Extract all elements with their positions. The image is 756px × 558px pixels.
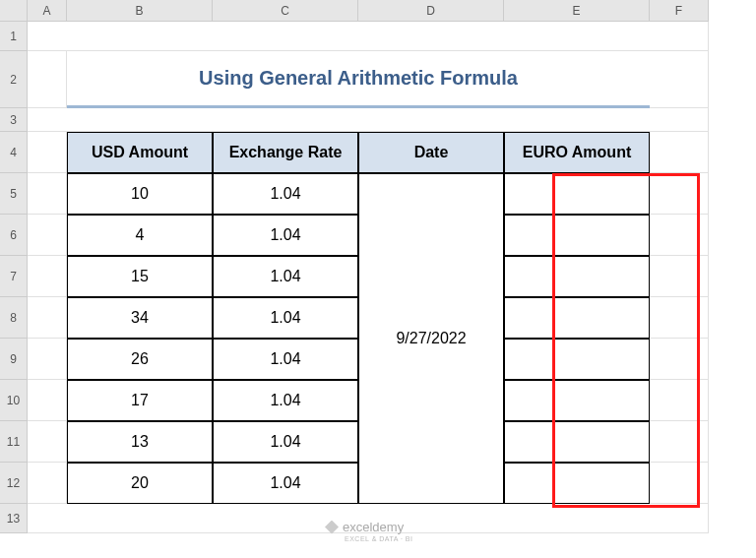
cell-usd[interactable]: 26 [67,339,213,380]
cell-rate[interactable]: 1.04 [213,215,358,256]
row-header-3[interactable]: 3 [0,108,28,132]
cell[interactable] [28,380,67,421]
row-header-4[interactable]: 4 [0,132,28,173]
cell[interactable] [650,132,709,173]
row-header-1[interactable]: 1 [0,22,28,51]
cell[interactable] [650,173,709,215]
cell[interactable] [650,297,709,339]
cell-euro[interactable] [504,297,650,339]
cell-usd[interactable]: 10 [67,173,213,215]
cell-rate[interactable]: 1.04 [213,297,358,339]
row-header-8[interactable]: 8 [0,297,28,339]
cell-rate[interactable]: 1.04 [213,173,358,215]
row-header-12[interactable]: 12 [0,463,28,504]
cell-euro[interactable] [504,339,650,380]
cell[interactable] [28,256,67,297]
watermark: exceldemy [325,520,404,534]
col-header-d[interactable]: D [358,0,504,22]
cell-usd[interactable]: 34 [67,297,213,339]
row-header-13[interactable]: 13 [0,504,28,533]
cell[interactable] [650,380,709,421]
cell-date-merged[interactable]: 9/27/2022 [358,173,504,504]
header-usd[interactable]: USD Amount [67,132,213,173]
row-header-9[interactable]: 9 [0,339,28,380]
col-header-b[interactable]: B [67,0,213,22]
cell[interactable] [650,256,709,297]
cell-rate[interactable]: 1.04 [213,256,358,297]
cell[interactable] [28,297,67,339]
cell-euro[interactable] [504,173,650,215]
header-rate[interactable]: Exchange Rate [213,132,358,173]
row-header-2[interactable]: 2 [0,51,28,108]
row-header-6[interactable]: 6 [0,215,28,256]
cell[interactable] [28,22,709,51]
cell[interactable] [28,463,67,504]
page-title: Using General Arithmetic Formula [67,51,650,108]
cell[interactable] [650,339,709,380]
diamond-icon [325,521,339,534]
cell[interactable] [28,173,67,215]
cell[interactable] [28,51,67,108]
header-euro[interactable]: EURO Amount [504,132,650,173]
row-header-7[interactable]: 7 [0,256,28,297]
col-header-e[interactable]: E [504,0,650,22]
cell-rate[interactable]: 1.04 [213,339,358,380]
cell-usd[interactable]: 4 [67,215,213,256]
cell[interactable] [650,463,709,504]
cell-euro[interactable] [504,256,650,297]
cell[interactable] [650,421,709,463]
cell-usd[interactable]: 20 [67,463,213,504]
row-header-5[interactable]: 5 [0,173,28,215]
spreadsheet-grid: A B C D E F 1 2 3 4 5 6 7 8 9 10 11 12 1… [0,0,756,533]
cell-euro[interactable] [504,421,650,463]
cell-rate[interactable]: 1.04 [213,380,358,421]
col-header-a[interactable]: A [28,0,67,22]
cell[interactable] [28,108,709,132]
col-header-f[interactable]: F [650,0,709,22]
cell-rate[interactable]: 1.04 [213,463,358,504]
col-header-c[interactable]: C [213,0,358,22]
corner-cell[interactable] [0,0,28,22]
cell-usd[interactable]: 15 [67,256,213,297]
cell[interactable] [28,421,67,463]
cell[interactable] [28,132,67,173]
cell-rate[interactable]: 1.04 [213,421,358,463]
cell[interactable] [28,215,67,256]
cell-euro[interactable] [504,463,650,504]
row-header-10[interactable]: 10 [0,380,28,421]
cell[interactable] [650,215,709,256]
cell[interactable] [650,51,709,108]
watermark-text: exceldemy [343,520,404,534]
header-date[interactable]: Date [358,132,504,173]
cell-euro[interactable] [504,215,650,256]
row-header-11[interactable]: 11 [0,421,28,463]
cell-usd[interactable]: 13 [67,421,213,463]
cell-euro[interactable] [504,380,650,421]
cell-usd[interactable]: 17 [67,380,213,421]
cell[interactable] [28,339,67,380]
watermark-sub: EXCEL & DATA · BI [345,535,412,542]
